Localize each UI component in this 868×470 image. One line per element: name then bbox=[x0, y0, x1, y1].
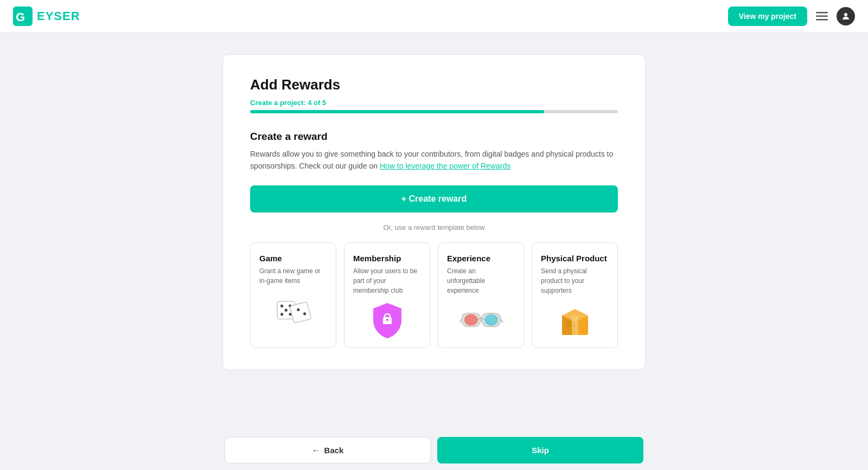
add-rewards-card: Add Rewards Create a project: 4 of 5 Cre… bbox=[222, 54, 646, 370]
template-title-physical-product: Physical Product bbox=[541, 254, 607, 263]
back-arrow-icon: ← bbox=[312, 446, 320, 455]
template-card-game[interactable]: Game Grant a new game or in-game items bbox=[250, 242, 336, 348]
svg-point-5 bbox=[844, 13, 847, 16]
svg-point-19 bbox=[484, 314, 498, 325]
progress-section: Create a project: 4 of 5 bbox=[250, 99, 618, 113]
header-right: View my project bbox=[728, 7, 855, 26]
logo-text: EYSER bbox=[37, 9, 80, 23]
svg-line-22 bbox=[500, 319, 502, 323]
logo-icon: G bbox=[13, 7, 33, 26]
section-description: Rewards allow you to give something back… bbox=[250, 148, 618, 172]
svg-rect-2 bbox=[816, 12, 828, 14]
svg-text:G: G bbox=[16, 10, 25, 24]
svg-line-21 bbox=[459, 319, 462, 323]
header: G EYSER View my project bbox=[0, 0, 868, 33]
svg-rect-26 bbox=[572, 316, 578, 335]
avatar[interactable] bbox=[837, 7, 855, 25]
section-title: Create a reward bbox=[250, 131, 618, 143]
template-card-physical-product[interactable]: Physical Product Send a physical product… bbox=[532, 242, 618, 348]
template-grid: Game Grant a new game or in-game items bbox=[250, 242, 618, 348]
view-project-button[interactable]: View my project bbox=[728, 7, 807, 26]
progress-bar-track bbox=[250, 110, 618, 113]
menu-icon[interactable] bbox=[816, 12, 828, 21]
template-title-experience: Experience bbox=[447, 254, 490, 263]
svg-point-18 bbox=[464, 314, 477, 325]
progress-bar-fill bbox=[250, 110, 544, 113]
svg-point-7 bbox=[280, 305, 283, 307]
template-title-membership: Membership bbox=[353, 254, 401, 263]
svg-point-9 bbox=[284, 308, 287, 311]
page-title: Add Rewards bbox=[250, 76, 618, 93]
progress-label: Create a project: 4 of 5 bbox=[250, 99, 618, 107]
membership-icon bbox=[366, 304, 409, 337]
template-desc-membership: Allow your users to be part of your memb… bbox=[353, 266, 421, 295]
svg-rect-3 bbox=[816, 15, 828, 17]
back-label: Back bbox=[324, 446, 344, 455]
physical-product-icon bbox=[553, 304, 597, 337]
template-or-label: Or, use a reward template below bbox=[250, 223, 618, 231]
template-desc-physical-product: Send a physical product to your supporte… bbox=[541, 266, 609, 295]
svg-rect-4 bbox=[816, 19, 828, 21]
back-button[interactable]: ← Back bbox=[225, 437, 431, 463]
template-card-membership[interactable]: Membership Allow your users to be part o… bbox=[344, 242, 430, 348]
skip-button[interactable]: Skip bbox=[437, 437, 643, 463]
game-icon bbox=[272, 294, 315, 327]
svg-rect-12 bbox=[289, 301, 311, 323]
rewards-guide-link[interactable]: How to leverage the power of Rewards bbox=[380, 162, 510, 170]
template-desc-game: Grant a new game or in-game items bbox=[259, 266, 327, 286]
footer: ← Back Skip bbox=[0, 430, 868, 470]
svg-point-17 bbox=[386, 319, 388, 321]
template-title-game: Game bbox=[259, 254, 282, 263]
experience-icon bbox=[459, 304, 503, 337]
template-desc-experience: Create an unforgettable experience bbox=[447, 266, 515, 295]
create-reward-button[interactable]: + Create reward bbox=[250, 185, 618, 213]
main-content: Add Rewards Create a project: 4 of 5 Cre… bbox=[0, 33, 868, 432]
template-card-experience[interactable]: Experience Create an unforgettable exper… bbox=[438, 242, 524, 348]
svg-point-10 bbox=[280, 313, 283, 316]
logo[interactable]: G EYSER bbox=[13, 7, 80, 26]
